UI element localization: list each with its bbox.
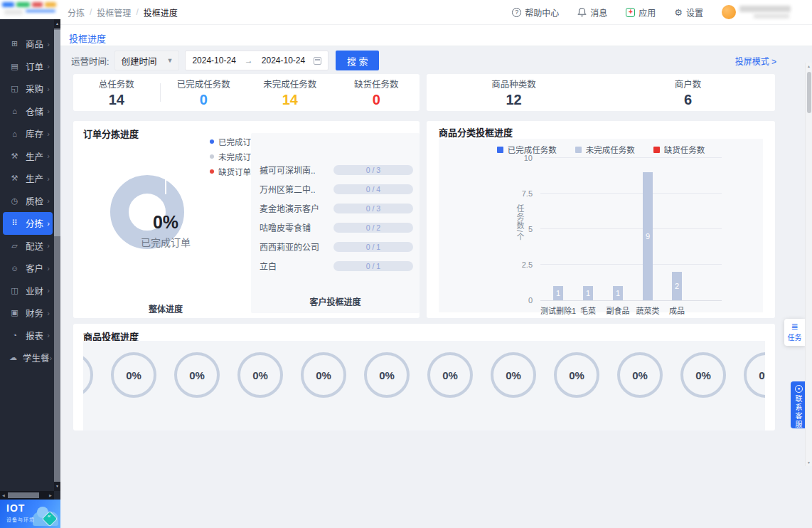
scroll-down-icon[interactable]: ▼ [806,460,812,465]
scrollbar-thumb[interactable] [8,492,39,498]
time-type-select[interactable]: 创建时间 ▼ [114,51,179,70]
breadcrumb: 分拣 / 投框管理 / 投框进度 [68,6,178,19]
sidebar-item-warehouse[interactable]: ⌂仓储› [3,100,53,123]
sidebar-item-label: 质检 [26,194,43,208]
breadcrumb-sorting[interactable]: 分拣 [68,6,85,19]
user-account[interactable] [722,4,794,20]
bell-icon [577,7,587,17]
scrollbar-thumb[interactable] [807,72,811,113]
sidebar-item-label: 配送 [26,239,43,253]
customer-progress-list: 摵可可深圳南..0 / 3万州区第二中..0 / 4麦金地演示客户0 / 3咕噜… [251,133,420,313]
breadcrumb-basket-management[interactable]: 投框管理 [97,6,131,19]
y-tick-label: 7.5 [522,189,533,198]
messages-button[interactable]: 消息 [577,6,607,19]
calendar-icon [314,57,321,65]
start-date-value: 2024-10-24 [192,56,235,65]
scroll-down-icon[interactable]: ▼ [54,482,60,491]
operation-time-label: 运营时间: [71,54,109,68]
sidebar-item-purchase[interactable]: ◱采购› [3,78,53,100]
chevron-right-icon: › [47,40,50,48]
sidebar-item-sorting[interactable]: ⠿分拣› [3,212,53,235]
contact-service-label: 联系客服 [796,395,803,429]
cast-screen-mode-link[interactable]: 投屏模式 > [735,55,776,67]
sidebar-item-label: 生产 [26,171,43,185]
product-progress-circle: 0% [680,352,726,398]
scroll-up-icon[interactable]: ▲ [806,64,812,68]
sidebar-item-student-meal[interactable]: ☁学生餐› [3,347,53,369]
date-range-picker[interactable]: 2024-10-24 → 2024-10-24 [185,51,328,70]
report-clock-icon: ◔ [9,331,20,339]
legend-item[interactable]: 未完成任务数 [575,144,635,155]
sidebar-item-customers[interactable]: ☺客户› [3,257,53,280]
bar-成品: 2 [672,272,682,300]
sidebar-item-biz-finance[interactable]: ◫业财› [3,280,53,302]
overall-progress-caption: 整体进度 [73,302,258,315]
chevron-right-icon: › [47,331,50,339]
question-circle-icon: ? [512,8,521,17]
task-label: 任务 [788,332,802,342]
y-axis-ticks: 02.557.510 [439,159,535,301]
donut-center-text: 0% 已完成订单 [110,175,221,286]
iot-subtitle: 设备与环境 [6,516,35,523]
product-progress-circle: 0% [301,352,346,398]
stat-label: 总任务数 [73,77,160,90]
gridline [540,193,722,194]
finance-icon: ▣ [9,308,20,317]
search-button[interactable]: 搜 索 [336,51,379,70]
iot-footer-logo: « IOT 设备与环境 [0,500,60,528]
legend-swatch [575,147,582,153]
customer-name: 立白 [260,260,333,272]
customer-row: 麦金地演示客户0 / 3 [251,199,420,218]
sidebar-item-production-1[interactable]: ⚒生产› [3,145,53,168]
settings-button[interactable]: ⚙ 设置 [674,6,703,19]
order-sorting-panel: 订单分拣进度 已完成订单数未完成订单数缺货订单数 0% 已完成订单 整体进度 摵… [73,121,420,318]
panel-title: 订单分拣进度 [83,127,139,140]
sidebar-horizontal-scrollbar[interactable]: ◀ ▶ [0,491,54,500]
page-scrollbar[interactable]: ▲ ▼ [805,63,812,466]
sidebar-item-reports[interactable]: ◔报表› [3,324,53,347]
x-tick-label: 成品 [656,305,698,316]
legend-item[interactable]: 缺货任务数 [653,144,705,155]
apps-button[interactable]: + 应用 [626,6,656,19]
product-progress-circle: 0% [554,352,599,398]
meal-dome-icon: ☁ [9,353,17,362]
customer-name: 万州区第二中.. [260,183,333,195]
truck-icon: ▱ [9,241,20,250]
stat-value: 14 [73,92,160,108]
apps-grid-icon: + [626,8,635,17]
progress-pill: 0 / 3 [333,165,413,175]
sidebar-item-quality[interactable]: ◷质检› [3,190,53,213]
progress-pill: 0 / 3 [333,204,413,213]
progress-pill: 0 / 1 [333,242,413,252]
factory-icon: ⚒ [9,174,20,183]
chevron-right-icon: › [47,219,50,228]
sidebar-item-inventory[interactable]: ⌂库存› [3,122,53,145]
sidebar-item-production-2[interactable]: ⚒生产› [3,167,53,190]
settings-label: 设置 [686,6,703,19]
stat-label: 未完成任务数 [247,77,333,90]
sidebar: ⊞商品›▤订单›◱采购›⌂仓储›⌂库存›⚒生产›⚒生产›◷质检›⠿分拣›▱配送›… [0,19,60,528]
scroll-right-icon[interactable]: ▶ [47,491,54,500]
sidebar-item-orders[interactable]: ▤订单› [3,56,53,78]
bar-蔬菜类: 9 [643,172,653,300]
chevron-right-icon: › [47,152,50,160]
progress-pill: 0 / 2 [333,223,413,233]
tab-bar: 投框进度 [60,25,812,46]
iot-title: IOT [6,502,25,514]
sidebar-item-label: 生产 [26,149,43,163]
chevron-right-icon: › [47,107,50,115]
customer-row: 西西莉亚的公司0 / 1 [251,237,420,256]
stat-total-tasks: 总任务数14 [73,77,160,108]
task-floating-button[interactable]: ≣ 任务 [784,319,805,346]
sidebar-item-goods[interactable]: ⊞商品› [3,33,53,56]
sidebar-menu: ⊞商品›▤订单›◱采购›⌂仓储›⌂库存›⚒生产›⚒生产›◷质检›⠿分拣›▱配送›… [0,33,54,369]
sidebar-item-finance[interactable]: ▣财务› [3,302,53,324]
sidebar-vertical-scrollbar[interactable]: ▲ ▼ [54,19,60,491]
sidebar-item-delivery[interactable]: ▱配送› [3,235,53,258]
help-center-button[interactable]: ? 帮助中心 [512,6,559,19]
scroll-left-icon[interactable]: ◀ [0,491,7,500]
product-progress-circle: 0% [744,352,765,398]
scrollbar-thumb[interactable] [54,30,60,236]
scroll-up-icon[interactable]: ▲ [54,19,60,28]
avatar[interactable] [722,5,736,19]
